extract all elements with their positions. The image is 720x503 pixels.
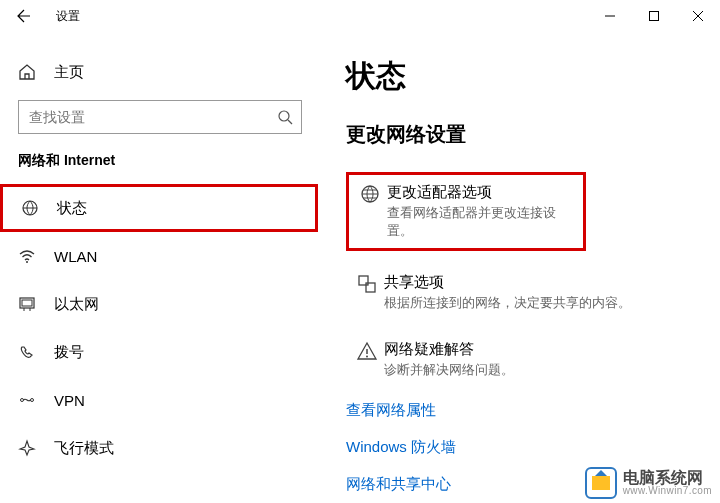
page-title: 状态 — [346, 56, 710, 97]
svg-line-3 — [288, 120, 292, 124]
sidebar-item-label: 以太网 — [54, 295, 99, 314]
status-icon — [21, 199, 43, 217]
section-title: 更改网络设置 — [346, 121, 710, 148]
app-title: 设置 — [56, 8, 80, 25]
close-icon — [693, 11, 703, 21]
sidebar-item-vpn[interactable]: VPN — [0, 376, 320, 424]
sidebar: 主页 网络和 Internet 状态 WLAN 以太网 — [0, 32, 320, 503]
svg-point-10 — [21, 399, 24, 402]
option-title: 网络疑难解答 — [384, 340, 700, 359]
sidebar-item-label: VPN — [54, 392, 85, 409]
minimize-icon — [605, 11, 615, 21]
svg-rect-7 — [22, 300, 32, 306]
link-firewall[interactable]: Windows 防火墙 — [346, 438, 710, 457]
sidebar-item-label: 拨号 — [54, 343, 84, 362]
sidebar-item-wlan[interactable]: WLAN — [0, 232, 320, 280]
sidebar-item-label: 飞行模式 — [54, 439, 114, 458]
ethernet-icon — [18, 295, 40, 313]
svg-point-11 — [31, 399, 34, 402]
option-title: 共享选项 — [384, 273, 700, 292]
option-sharing[interactable]: 共享选项 根据所连接到的网络，决定要共享的内容。 — [346, 267, 710, 318]
window-controls — [588, 0, 720, 32]
category-label: 网络和 Internet — [0, 152, 320, 170]
vpn-icon — [18, 391, 40, 409]
back-arrow-icon — [16, 8, 32, 24]
svg-point-5 — [26, 261, 28, 263]
title-bar: 设置 — [0, 0, 720, 32]
sharing-icon — [356, 273, 384, 312]
option-desc: 根据所连接到的网络，决定要共享的内容。 — [384, 294, 700, 312]
content-pane: 状态 更改网络设置 更改适配器选项 查看网络适配器并更改连接设置。 共享选项 根… — [320, 32, 720, 503]
option-desc: 查看网络适配器并更改连接设置。 — [387, 204, 573, 240]
back-button[interactable] — [0, 0, 48, 32]
search-button[interactable] — [268, 100, 302, 134]
home-link[interactable]: 主页 — [0, 52, 320, 92]
svg-point-16 — [366, 356, 368, 358]
option-adapter[interactable]: 更改适配器选项 查看网络适配器并更改连接设置。 — [346, 172, 586, 251]
svg-rect-1 — [650, 12, 659, 21]
globe-icon — [359, 183, 387, 240]
svg-point-2 — [279, 111, 289, 121]
option-troubleshoot[interactable]: 网络疑难解答 诊断并解决网络问题。 — [346, 334, 710, 385]
option-title: 更改适配器选项 — [387, 183, 573, 202]
sidebar-item-label: WLAN — [54, 248, 97, 265]
sidebar-item-label: 状态 — [57, 199, 87, 218]
option-desc: 诊断并解决网络问题。 — [384, 361, 700, 379]
link-network-props[interactable]: 查看网络属性 — [346, 401, 710, 420]
link-sharing-center[interactable]: 网络和共享中心 — [346, 475, 710, 494]
warning-icon — [356, 340, 384, 379]
close-button[interactable] — [676, 0, 720, 32]
sidebar-item-status[interactable]: 状态 — [0, 184, 318, 232]
sidebar-item-airplane[interactable]: 飞行模式 — [0, 424, 320, 472]
home-label: 主页 — [54, 63, 84, 82]
search-icon — [278, 110, 293, 125]
airplane-icon — [18, 439, 40, 457]
maximize-icon — [649, 11, 659, 21]
sidebar-item-ethernet[interactable]: 以太网 — [0, 280, 320, 328]
search-input[interactable] — [18, 100, 302, 134]
home-icon — [18, 63, 40, 81]
dialup-icon — [18, 343, 40, 361]
sidebar-item-dialup[interactable]: 拨号 — [0, 328, 320, 376]
maximize-button[interactable] — [632, 0, 676, 32]
minimize-button[interactable] — [588, 0, 632, 32]
wifi-icon — [18, 247, 40, 265]
search-wrap — [18, 100, 302, 134]
